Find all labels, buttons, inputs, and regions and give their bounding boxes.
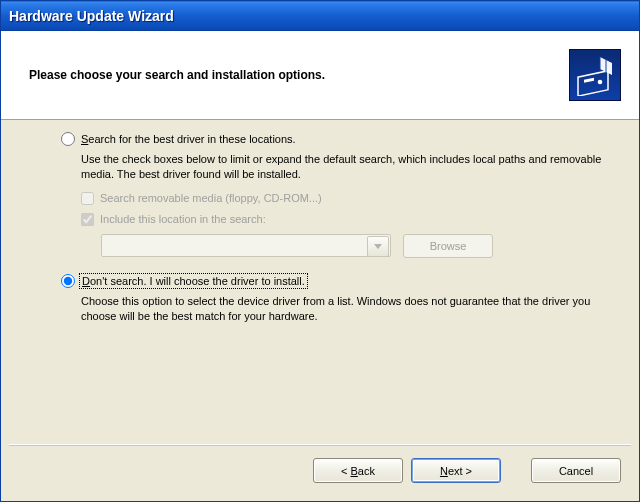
svg-point-2 bbox=[598, 80, 603, 85]
page-title: Please choose your search and installati… bbox=[29, 68, 325, 82]
cancel-button[interactable]: Cancel bbox=[531, 458, 621, 483]
wizard-content: Search for the best driver in these loca… bbox=[1, 120, 639, 444]
svg-rect-0 bbox=[578, 71, 608, 96]
check-include-location-row: Include this location in the search: bbox=[81, 213, 615, 226]
wizard-icon bbox=[569, 49, 621, 101]
window-title: Hardware Update Wizard bbox=[9, 8, 174, 24]
search-sub-options: Search removable media (floppy, CD-ROM..… bbox=[81, 192, 615, 258]
check-removable-media-label: Search removable media (floppy, CD-ROM..… bbox=[100, 192, 322, 204]
radio-search-label[interactable]: Search for the best driver in these loca… bbox=[81, 133, 296, 145]
search-description: Use the check boxes below to limit or ex… bbox=[81, 152, 615, 182]
radio-dont-search[interactable] bbox=[61, 274, 75, 288]
option-search-block: Search for the best driver in these loca… bbox=[61, 132, 615, 258]
back-button[interactable]: < Back bbox=[313, 458, 403, 483]
location-path-row: Browse bbox=[101, 234, 615, 258]
location-path-combo bbox=[101, 234, 391, 257]
check-removable-media-row: Search removable media (floppy, CD-ROM..… bbox=[81, 192, 615, 205]
chevron-down-icon bbox=[374, 244, 382, 250]
check-removable-media bbox=[81, 192, 94, 205]
option-dont-search-block: Don't search. I will choose the driver t… bbox=[61, 274, 615, 324]
location-path-input bbox=[102, 235, 366, 256]
check-include-location bbox=[81, 213, 94, 226]
wizard-header: Please choose your search and installati… bbox=[1, 31, 639, 120]
option-dont-search-radio-row[interactable]: Don't search. I will choose the driver t… bbox=[61, 274, 615, 288]
browse-button: Browse bbox=[403, 234, 493, 258]
combobox-dropdown-button bbox=[367, 236, 389, 257]
dont-search-description: Choose this option to select the device … bbox=[81, 294, 615, 324]
wizard-footer: < Back Next > Cancel bbox=[1, 446, 639, 501]
hardware-update-wizard: Hardware Update Wizard Please choose you… bbox=[0, 0, 640, 502]
titlebar: Hardware Update Wizard bbox=[1, 1, 639, 31]
next-button[interactable]: Next > bbox=[411, 458, 501, 483]
check-include-location-label: Include this location in the search: bbox=[100, 213, 266, 225]
radio-dont-search-label[interactable]: Don't search. I will choose the driver t… bbox=[81, 275, 306, 287]
svg-rect-1 bbox=[584, 78, 594, 83]
radio-search[interactable] bbox=[61, 132, 75, 146]
option-search-radio-row[interactable]: Search for the best driver in these loca… bbox=[61, 132, 615, 146]
